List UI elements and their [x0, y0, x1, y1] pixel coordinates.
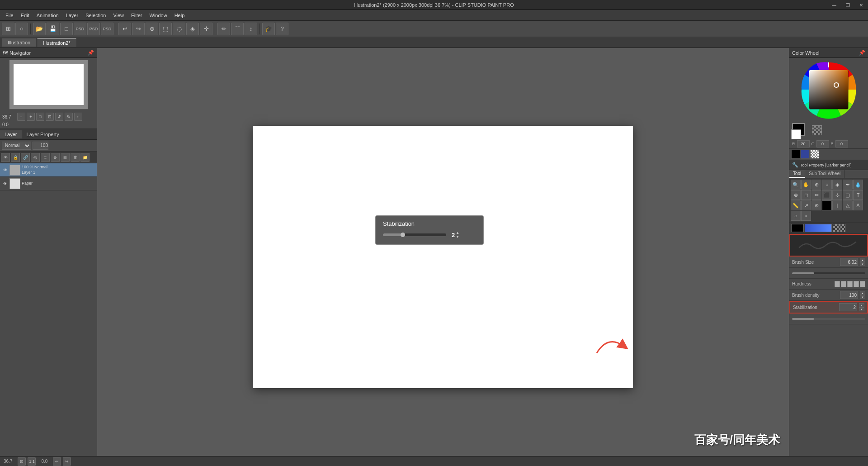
tab-tool[interactable]: Tool: [789, 170, 805, 178]
tool-fill-btn[interactable]: ⬛: [822, 190, 832, 200]
tool-magic-btn[interactable]: ◈: [832, 180, 842, 190]
color-wheel-pin[interactable]: 📌: [859, 50, 865, 56]
fit-btn[interactable]: □: [36, 113, 44, 121]
restore-btn[interactable]: ❐: [841, 0, 854, 10]
menu-window[interactable]: Window: [146, 12, 171, 19]
tool-lasso-btn[interactable]: ○: [822, 180, 832, 190]
toolbar-snap-btn[interactable]: 🎓: [262, 23, 275, 35]
tool-pen-btn[interactable]: ✒: [843, 180, 853, 190]
brush-size-down[interactable]: ▼: [860, 262, 865, 266]
layer-delete-btn[interactable]: 🗑: [71, 153, 80, 162]
toolbar-help-btn[interactable]: ?: [276, 23, 288, 35]
palette-checkered[interactable]: [810, 150, 819, 159]
menu-file[interactable]: File: [2, 12, 17, 19]
tool-connect-btn[interactable]: ↗: [801, 200, 811, 210]
stab-slider[interactable]: [383, 233, 446, 236]
g-input[interactable]: 0: [816, 140, 829, 147]
density-down[interactable]: ▼: [860, 295, 865, 299]
brush-size-up[interactable]: ▲: [860, 258, 865, 262]
r-input[interactable]: 20: [797, 140, 810, 147]
sb-100-btn[interactable]: 1:1: [28, 457, 36, 466]
h-block-3[interactable]: [847, 281, 853, 287]
toolbar-ruler-btn[interactable]: ✛: [200, 23, 212, 35]
blend-mode-select[interactable]: Normal: [2, 142, 31, 150]
layer-clip-btn[interactable]: ⊂: [41, 153, 50, 162]
tool-circle-btn[interactable]: ○: [791, 211, 801, 221]
rotate-right-btn[interactable]: ↻: [65, 113, 73, 121]
cs-checkered[interactable]: [833, 224, 845, 232]
h-block-1[interactable]: [835, 281, 840, 287]
layer-blend-btn[interactable]: ⊕: [51, 153, 60, 162]
tool-anchor-btn[interactable]: ⊛: [811, 200, 821, 210]
zoom-out-btn[interactable]: −: [17, 113, 25, 121]
tool-text-btn[interactable]: T: [853, 190, 863, 200]
cs-black[interactable]: [791, 224, 804, 232]
toolbar-save-btn[interactable]: 💾: [47, 23, 59, 35]
canvas-area[interactable]: Stabilization 2 ▲▼: [97, 48, 789, 466]
layer-eye-btn[interactable]: 👁: [1, 153, 10, 162]
toolbar-undo-btn[interactable]: ↩: [118, 23, 131, 35]
sb-redo-btn[interactable]: ↪: [63, 457, 71, 466]
toolbar-circle-btn[interactable]: ○: [15, 23, 28, 35]
toolbar-lasso-btn[interactable]: ◌: [173, 23, 185, 35]
brush-size-input[interactable]: [840, 258, 858, 266]
layer-eye-1[interactable]: 👁: [2, 181, 8, 187]
layer-folder-btn[interactable]: 📁: [80, 153, 90, 162]
swatch-background[interactable]: [791, 129, 801, 139]
zoom-in-btn[interactable]: +: [27, 113, 35, 121]
toolbar-psd-btn2[interactable]: PSD: [87, 23, 100, 35]
tab-sub-tool[interactable]: Sub Tool Wheel: [805, 170, 844, 178]
layer-link-btn[interactable]: 🔗: [21, 153, 30, 162]
stab-arrows[interactable]: ▲▼: [456, 231, 459, 239]
toolbar-transform-btn[interactable]: ⊛: [146, 23, 158, 35]
layer-mask-btn[interactable]: ◎: [31, 153, 40, 162]
tool-zoom-btn[interactable]: 🔍: [791, 180, 801, 190]
tool-eyedrop-btn[interactable]: 💧: [853, 180, 863, 190]
tool-dot-btn[interactable]: •: [801, 211, 811, 221]
palette-blue[interactable]: [801, 150, 810, 159]
tool-line-btn[interactable]: |: [832, 200, 842, 210]
b-input[interactable]: 0: [835, 140, 848, 147]
layer-lock-btn[interactable]: 🔒: [11, 153, 20, 162]
tool-select-btn[interactable]: ▢: [843, 190, 853, 200]
toolbar-open-btn[interactable]: 📂: [33, 23, 46, 35]
navigator-pin[interactable]: 📌: [88, 50, 94, 56]
menu-layer[interactable]: Layer: [62, 12, 82, 19]
h-block-2[interactable]: [841, 281, 846, 287]
stab-up[interactable]: ▲: [859, 303, 864, 307]
layer-eye-0[interactable]: 👁: [2, 167, 8, 173]
color-wheel-svg[interactable]: [799, 60, 858, 119]
tab-illustration[interactable]: Illustration: [2, 38, 36, 47]
menu-edit[interactable]: Edit: [17, 12, 33, 19]
layer-item-1[interactable]: 👁 Paper: [0, 177, 97, 190]
layer-copy-btn[interactable]: ⊞: [61, 153, 70, 162]
toolbar-arrows-btn[interactable]: ↕: [245, 23, 257, 35]
h-block-4[interactable]: [854, 281, 859, 287]
rotate-left-btn[interactable]: ↺: [55, 113, 63, 121]
menu-filter[interactable]: Filter: [127, 12, 146, 19]
menu-help[interactable]: Help: [171, 12, 189, 19]
tool-zoom2-btn[interactable]: ⊕: [811, 180, 821, 190]
toolbar-pen-btn[interactable]: ✏: [217, 23, 230, 35]
tool-move-btn[interactable]: ⊹: [832, 190, 842, 200]
toolbar-new-btn[interactable]: ⊞: [2, 23, 14, 35]
toolbar-rect-btn[interactable]: □: [60, 23, 73, 35]
close-btn[interactable]: ✕: [854, 0, 868, 10]
brush-density-input[interactable]: [840, 291, 858, 299]
menu-view[interactable]: View: [109, 12, 127, 19]
minimize-btn[interactable]: —: [827, 0, 841, 10]
toolbar-psd-btn1[interactable]: PSD: [74, 23, 86, 35]
sb-fit-btn[interactable]: ⊡: [18, 457, 26, 466]
brush-size-slider[interactable]: [792, 272, 865, 274]
toolbar-curve-btn[interactable]: ⌒: [231, 23, 244, 35]
tab-layer[interactable]: Layer: [0, 130, 22, 138]
tool-blend-btn[interactable]: ⊗: [791, 190, 801, 200]
stabilization-input[interactable]: [839, 303, 857, 311]
stab-down[interactable]: ▼: [859, 307, 864, 311]
toolbar-fill-btn[interactable]: ◈: [186, 23, 199, 35]
tool-letter-btn[interactable]: A: [853, 200, 863, 210]
density-up[interactable]: ▲: [860, 291, 865, 295]
h-block-5[interactable]: [860, 281, 865, 287]
swatch-transparent[interactable]: [812, 125, 822, 135]
tab-layer-property[interactable]: Layer Property: [22, 130, 64, 138]
